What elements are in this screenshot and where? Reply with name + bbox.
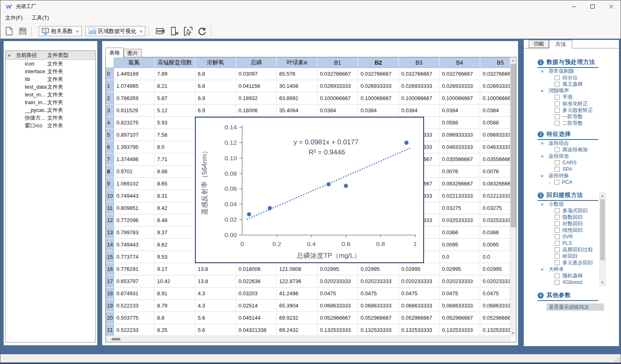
checkbox-unchecked-icon[interactable]: [555, 228, 560, 233]
checkbox-unchecked-icon[interactable]: [555, 273, 560, 278]
table-cell[interactable]: 0.776291: [114, 263, 155, 275]
method-item[interactable]: 平滑: [555, 94, 619, 100]
checkbox-unchecked-icon[interactable]: [554, 180, 559, 185]
checkbox-unchecked-icon[interactable]: [555, 221, 560, 226]
table-cell[interactable]: 13.8: [195, 263, 236, 275]
table-cell[interactable]: 0.04321338: [236, 324, 277, 336]
table-cell[interactable]: 0.06863333: [480, 300, 511, 312]
table-cell[interactable]: 0.0384: [358, 105, 399, 117]
table-cell[interactable]: 6.8: [195, 68, 236, 80]
table-cell[interactable]: 0.018006: [236, 263, 277, 275]
table-cell[interactable]: 0.0475: [317, 288, 358, 300]
method-item[interactable]: 多项式回归: [555, 207, 619, 214]
checkbox-unchecked-icon[interactable]: [555, 208, 560, 213]
save-button[interactable]: [17, 26, 28, 37]
table-cell[interactable]: 121.0808: [277, 263, 317, 275]
checkbox-unchecked-icon[interactable]: [555, 254, 560, 259]
table-cell[interactable]: 0.022636: [236, 275, 277, 288]
column-header[interactable]: B5: [480, 57, 511, 68]
table-cell[interactable]: 0.786359: [114, 92, 155, 105]
table-cell[interactable]: 0.03275: [480, 202, 511, 214]
table-cell[interactable]: 0.041156: [236, 80, 277, 92]
table-cell[interactable]: 0.823275: [114, 117, 155, 129]
table-cell[interactable]: 5.6: [195, 324, 236, 336]
checkbox-unchecked-icon[interactable]: [555, 147, 560, 152]
table-cell[interactable]: 69.9232: [277, 312, 317, 324]
table-cell[interactable]: 0.02693333: [480, 80, 511, 92]
table-cell[interactable]: 0.035566667: [440, 153, 480, 166]
table-cell[interactable]: 1.074965: [114, 80, 155, 92]
method-item[interactable]: 岭回归: [555, 253, 619, 259]
chevron-down-icon[interactable]: ∨: [540, 89, 548, 93]
method-item[interactable]: 指数回归: [555, 214, 619, 220]
table-cell[interactable]: 8.8: [155, 312, 195, 324]
table-cell[interactable]: 0.083266667: [440, 178, 480, 190]
method-item[interactable]: XGboost: [555, 279, 619, 286]
checkbox-unchecked-icon[interactable]: [555, 82, 560, 87]
table-cell[interactable]: 0.046333333: [440, 141, 480, 153]
chevron-down-icon[interactable]: ∨: [540, 155, 548, 158]
file-tree-item[interactable]: train_in... 文件夹: [6, 98, 95, 106]
checkbox-unchecked-icon[interactable]: [555, 101, 560, 106]
file-tree-header[interactable]: ∨ 当前路径 文件类型: [6, 51, 95, 60]
row-header[interactable]: 15: [106, 251, 114, 263]
column-header[interactable]: 氨氮: [114, 57, 155, 68]
table-cell[interactable]: 0.0076: [480, 166, 511, 178]
table-cell[interactable]: 0.02213333: [480, 190, 511, 202]
table-cell[interactable]: 0.0366: [480, 227, 511, 239]
table-cell[interactable]: 8.91: [155, 288, 195, 300]
row-header[interactable]: 14: [106, 239, 114, 251]
table-cell[interactable]: 5.12: [155, 105, 195, 117]
table-cell[interactable]: 0.132533333: [399, 324, 440, 336]
row-header[interactable]: 3: [106, 105, 114, 117]
table-cell[interactable]: 0.0475: [399, 288, 440, 300]
checkbox-unchecked-icon[interactable]: [555, 75, 560, 80]
method-item[interactable]: 孤立森林: [555, 81, 619, 87]
scroll-down-arrow-icon[interactable]: ▼: [600, 281, 605, 284]
chevron-down-icon[interactable]: ∨: [540, 174, 548, 178]
delete-rows-button[interactable]: [155, 26, 166, 37]
table-cell[interactable]: 6.9: [195, 92, 236, 105]
table-cell[interactable]: 0.132533333: [358, 324, 399, 336]
method-item[interactable]: 四分位: [555, 74, 619, 81]
method-item[interactable]: 高斯回归过程: [555, 246, 619, 253]
close-button[interactable]: [602, 0, 621, 13]
delete-column-button[interactable]: [169, 26, 180, 37]
method-group[interactable]: ∨ 消除噪声: [542, 87, 619, 94]
method-item[interactable]: 对数回归: [555, 220, 619, 227]
checkbox-unchecked-icon[interactable]: [555, 95, 560, 100]
table-cell[interactable]: 0.026933333: [399, 80, 440, 92]
table-cell[interactable]: 0.18006: [236, 105, 277, 117]
table-cell[interactable]: 41.2496: [277, 288, 317, 300]
table-cell[interactable]: 0.032766667: [317, 68, 358, 80]
table-cell[interactable]: 0.05296666: [480, 312, 511, 324]
table-cell[interactable]: 0.02995: [399, 263, 440, 275]
table-cell[interactable]: 7.58: [155, 129, 195, 141]
scrollbar-thumb[interactable]: [511, 64, 516, 227]
row-header[interactable]: 10: [106, 190, 114, 202]
resize-grip[interactable]: [614, 356, 619, 361]
table-cell[interactable]: 35.4064: [277, 105, 317, 117]
collapse-chevron-icon[interactable]: ∨: [7, 53, 16, 57]
table-cell[interactable]: 6.9: [195, 105, 236, 117]
table-cell[interactable]: 0.068633333: [399, 300, 440, 312]
table-cell[interactable]: 8.88: [155, 166, 195, 178]
table-cell[interactable]: 0.772096: [114, 214, 155, 227]
table-cell[interactable]: 0.0: [480, 251, 511, 263]
table-cell[interactable]: 0.0366: [440, 227, 480, 239]
table-cell[interactable]: 0.02995: [440, 263, 480, 275]
checkbox-unchecked-icon[interactable]: [555, 121, 560, 126]
scroll-down-arrow-icon[interactable]: ▼: [510, 331, 516, 335]
table-cell[interactable]: 0.503775: [114, 312, 155, 324]
table-cell[interactable]: 0.100066667: [440, 92, 480, 105]
table-cell[interactable]: 1.449169: [114, 68, 155, 80]
table-cell[interactable]: 0.032533333: [440, 214, 480, 227]
table-cell[interactable]: 0.132533333: [440, 324, 480, 336]
table-cell[interactable]: 0.032766667: [440, 68, 480, 80]
row-header[interactable]: 11: [106, 202, 114, 214]
method-group[interactable]: ∨ 波段筛选: [542, 153, 619, 159]
row-header[interactable]: 9: [106, 178, 114, 190]
tab-method[interactable]: 方法: [549, 40, 572, 48]
table-cell[interactable]: 0.020233333: [317, 275, 358, 288]
method-group[interactable]: ∨ 波段转换: [542, 172, 619, 179]
